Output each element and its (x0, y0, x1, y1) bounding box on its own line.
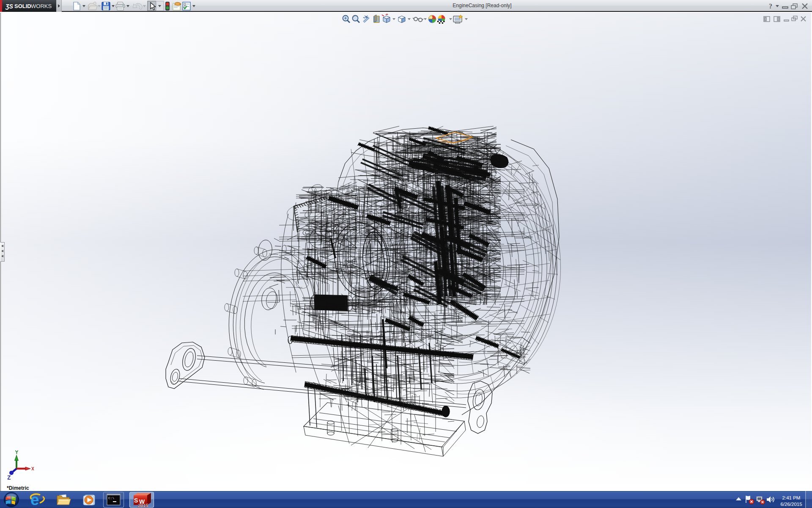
svg-text:S: S (134, 497, 138, 504)
svg-text:C:\: C:\ (108, 496, 115, 500)
svg-text:2:41 PM: 2:41 PM (782, 495, 801, 500)
svg-text:6/26/2015: 6/26/2015 (780, 502, 802, 507)
svg-text:?: ? (769, 3, 772, 10)
svg-text:2015: 2015 (137, 503, 148, 508)
